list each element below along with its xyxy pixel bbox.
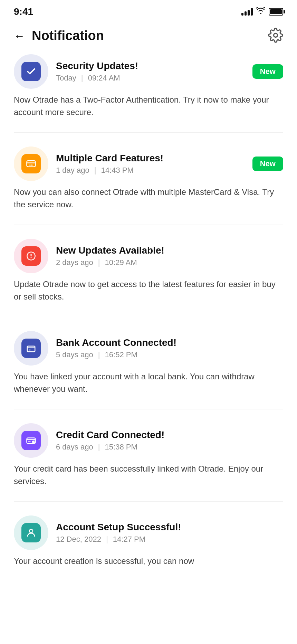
svg-rect-9 — [29, 350, 31, 351]
notif-time-value: 10:29 AM — [105, 258, 137, 267]
svg-point-14 — [29, 529, 33, 533]
notif-time-value: 16:52 PM — [105, 350, 137, 359]
svg-point-7 — [31, 257, 32, 258]
notification-item: Bank Account Connected! 5 days ago | 16:… — [14, 331, 283, 395]
notif-meta: New Updates Available! 2 days ago | 10:2… — [56, 245, 283, 267]
notif-header: Credit Card Connected! 6 days ago | 15:3… — [14, 423, 283, 458]
notif-time-label: Today — [56, 74, 76, 82]
new-badge: New — [252, 64, 283, 79]
notif-title: New Updates Available! — [56, 245, 283, 256]
notif-time: 2 days ago | 10:29 AM — [56, 258, 283, 267]
svg-rect-11 — [28, 442, 31, 443]
wifi-icon — [256, 7, 265, 16]
notif-header: Bank Account Connected! 5 days ago | 16:… — [14, 331, 283, 366]
battery-icon — [269, 8, 283, 16]
back-button[interactable]: ← — [14, 30, 25, 41]
notif-time-value: 14:43 PM — [101, 166, 134, 174]
card-features-icon — [21, 154, 41, 173]
notif-icon-wrapper — [14, 146, 48, 181]
notif-header: New Updates Available! 2 days ago | 10:2… — [14, 239, 283, 273]
notif-icon-wrapper — [14, 515, 48, 550]
notif-body: Now you can also connect Otrade with mul… — [14, 186, 283, 211]
notif-meta: Credit Card Connected! 6 days ago | 15:3… — [56, 429, 283, 452]
notif-icon-wrapper — [14, 331, 48, 366]
page-title: Notification — [32, 28, 104, 43]
notif-title: Account Setup Successful! — [56, 522, 283, 533]
notification-item: Account Setup Successful! 12 Dec, 2022 |… — [14, 515, 283, 567]
notification-item: Multiple Card Features! 1 day ago | 14:4… — [14, 146, 283, 211]
account-setup-icon — [21, 523, 41, 542]
notif-time: 12 Dec, 2022 | 14:27 PM — [56, 535, 283, 544]
notif-header: Multiple Card Features! 1 day ago | 14:4… — [14, 146, 283, 181]
notif-icon-wrapper — [14, 423, 48, 458]
new-badge: New — [252, 157, 283, 171]
status-icons — [241, 7, 283, 16]
status-bar: 9:41 — [0, 0, 297, 21]
notif-title: Multiple Card Features! — [56, 153, 252, 164]
page-header: ← Notification — [0, 21, 297, 54]
notif-header: Security Updates! Today | 09:24 AM New — [14, 54, 283, 89]
gear-icon — [268, 28, 283, 43]
notif-header: Account Setup Successful! 12 Dec, 2022 |… — [14, 515, 283, 550]
notification-item: New Updates Available! 2 days ago | 10:2… — [14, 239, 283, 303]
notif-icon-wrapper — [14, 54, 48, 89]
notif-time-label: 12 Dec, 2022 — [56, 535, 101, 543]
notif-time: 6 days ago | 15:38 PM — [56, 443, 283, 452]
notif-meta: Multiple Card Features! 1 day ago | 14:4… — [56, 153, 252, 175]
security-icon — [21, 62, 41, 81]
notif-time-label: 1 day ago — [56, 166, 89, 174]
divider — [14, 409, 283, 409]
notif-title: Bank Account Connected! — [56, 337, 283, 348]
notif-time: 1 day ago | 14:43 PM — [56, 166, 252, 175]
settings-gear-button[interactable] — [268, 28, 283, 44]
notif-time: Today | 09:24 AM — [56, 74, 252, 83]
notif-meta: Bank Account Connected! 5 days ago | 16:… — [56, 337, 283, 359]
notif-time-label: 5 days ago — [56, 350, 93, 359]
notif-time: 5 days ago | 16:52 PM — [56, 350, 283, 359]
svg-rect-3 — [27, 161, 36, 167]
notif-icon-wrapper — [14, 239, 48, 273]
notif-title: Credit Card Connected! — [56, 429, 283, 441]
divider — [14, 132, 283, 133]
updates-icon — [21, 246, 41, 266]
notif-body: You have linked your account with a loca… — [14, 370, 283, 395]
divider — [14, 225, 283, 225]
notif-body: Now Otrade has a Two-Factor Authenticati… — [14, 94, 283, 119]
svg-point-2 — [274, 34, 278, 37]
notif-time-label: 6 days ago — [56, 443, 93, 451]
notif-body: Update Otrade now to get access to the l… — [14, 278, 283, 303]
credit-card-icon — [21, 431, 41, 450]
divider — [14, 317, 283, 317]
notif-body: Your account creation is successful, you… — [14, 555, 283, 567]
notif-title: Security Updates! — [56, 60, 252, 72]
notif-time-value: 09:24 AM — [88, 74, 120, 82]
notifications-list: Security Updates! Today | 09:24 AM New N… — [0, 54, 297, 567]
notification-item: Security Updates! Today | 09:24 AM New N… — [14, 54, 283, 119]
notif-time-value: 15:38 PM — [105, 443, 137, 451]
signal-icon — [241, 8, 253, 16]
status-time: 9:41 — [14, 6, 33, 17]
divider — [14, 501, 283, 502]
notif-time-value: 14:27 PM — [113, 535, 145, 543]
svg-rect-8 — [27, 346, 35, 352]
notification-item: Credit Card Connected! 6 days ago | 15:3… — [14, 423, 283, 487]
bank-icon — [21, 339, 41, 358]
svg-point-4 — [30, 164, 32, 166]
notif-time-label: 2 days ago — [56, 258, 93, 267]
notif-body: Your credit card has been successfully l… — [14, 463, 283, 487]
notif-meta: Security Updates! Today | 09:24 AM — [56, 60, 252, 83]
notif-meta: Account Setup Successful! 12 Dec, 2022 |… — [56, 522, 283, 544]
